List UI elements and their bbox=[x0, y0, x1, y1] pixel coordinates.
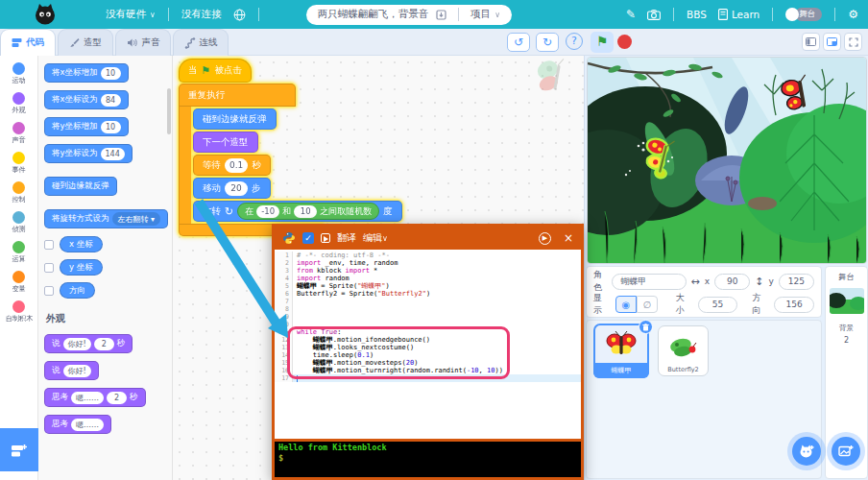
block-next-costume[interactable]: 下一个造型 bbox=[193, 132, 258, 153]
sync-checkbox[interactable]: ✓ bbox=[302, 232, 314, 244]
redo-button[interactable]: ↻ bbox=[536, 33, 559, 52]
block-bounce-on-edge[interactable]: 碰到边缘就反弹 bbox=[193, 108, 277, 130]
code-line-3[interactable]: 3from kblock import * bbox=[275, 267, 581, 275]
random-min-input[interactable]: -10 bbox=[256, 205, 279, 218]
reporter-checkbox[interactable] bbox=[44, 240, 54, 250]
fold-caret-icon[interactable]: ▾ bbox=[285, 328, 289, 335]
size-input[interactable]: 55 bbox=[698, 297, 738, 313]
code-line-12[interactable]: 12 蝴蝶甲.motion_ifonedgebounce() bbox=[275, 336, 581, 344]
code-line-14[interactable]: 14 time.sleep(0.1) bbox=[275, 351, 581, 359]
block-dropdown[interactable]: 左右翻转 ▾ bbox=[112, 212, 161, 226]
palette-reporter-block[interactable]: x 坐标 bbox=[60, 236, 103, 252]
category-声音[interactable]: 声音 bbox=[0, 118, 37, 148]
code-line-2[interactable]: 2import _env, time, random bbox=[275, 259, 581, 267]
block-input[interactable]: 2 bbox=[107, 392, 127, 404]
code-line-13[interactable]: 13 蝴蝶甲.looks_nextcostume() bbox=[275, 344, 581, 351]
close-window-button[interactable]: × bbox=[564, 231, 573, 245]
code-line-9[interactable]: 9 bbox=[275, 313, 581, 321]
palette-block[interactable]: 将y坐标增加10 bbox=[44, 117, 129, 136]
project-title[interactable]: 两只蝴蝶翩翩飞，背景音 bbox=[318, 8, 429, 21]
palette-scrollbar[interactable] bbox=[167, 88, 171, 134]
help-button[interactable]: ? bbox=[566, 33, 583, 50]
show-sprite-button[interactable]: ◉ bbox=[615, 296, 637, 313]
palette-block[interactable]: 说你好! bbox=[44, 361, 99, 380]
terminal[interactable]: Hello from Kittenblock$ bbox=[275, 439, 581, 477]
block-input[interactable]: 嗯…… bbox=[71, 419, 104, 431]
palette-reporter-block[interactable]: y 坐标 bbox=[60, 259, 103, 276]
block-input[interactable]: 144 bbox=[101, 148, 125, 160]
tab-code[interactable]: 代码 bbox=[0, 29, 56, 56]
palette-reporter-block[interactable]: 方向 bbox=[60, 282, 95, 299]
category-控制[interactable]: 控制 bbox=[0, 178, 37, 207]
save-project-icon[interactable] bbox=[436, 10, 446, 20]
code-line-10[interactable]: 10 bbox=[275, 321, 581, 328]
palette-block[interactable]: 思考嗯…… bbox=[44, 415, 111, 434]
hardware-menu[interactable]: 没有硬件∨ bbox=[106, 8, 156, 21]
category-外观[interactable]: 外观 bbox=[0, 88, 37, 118]
stage-toggle[interactable]: 舞台 bbox=[785, 8, 822, 21]
block-when-flag-clicked[interactable]: 当 ⚑ 被点击 bbox=[179, 59, 252, 83]
fullscreen-button[interactable] bbox=[844, 33, 862, 51]
direction-input[interactable]: 156 bbox=[774, 297, 814, 313]
code-line-5[interactable]: 5蝴蝶甲 = Sprite("蝴蝶甲") bbox=[275, 282, 581, 290]
category-运算[interactable]: 运算 bbox=[0, 237, 37, 267]
y-input[interactable]: 125 bbox=[779, 274, 814, 290]
block-input[interactable]: 你好! bbox=[63, 338, 91, 350]
learn-link[interactable]: Learn bbox=[718, 9, 760, 20]
sprite-name-input[interactable]: 蝴蝶甲 bbox=[612, 274, 686, 290]
screenshot-camera-icon[interactable] bbox=[647, 10, 661, 20]
palette-block[interactable]: 将x坐标设为84 bbox=[44, 90, 129, 109]
code-window-titlebar[interactable]: ✓ 翻译 编辑∨ ▶ × bbox=[275, 227, 581, 250]
small-stage-layout-button[interactable] bbox=[802, 33, 820, 51]
palette-block[interactable]: 说你好!2秒 bbox=[44, 334, 133, 353]
tab-costumes[interactable]: 造型 bbox=[58, 29, 113, 56]
language-globe-icon[interactable] bbox=[233, 9, 246, 21]
code-editor[interactable]: 1# -*- coding: utf-8 -*-2import _env, ti… bbox=[275, 250, 581, 439]
add-backdrop-button[interactable] bbox=[832, 437, 860, 466]
code-line-7[interactable]: 7 bbox=[275, 298, 581, 305]
undo-button[interactable]: ↺ bbox=[507, 33, 530, 52]
delete-sprite-button[interactable] bbox=[639, 320, 653, 334]
stop-button[interactable] bbox=[617, 35, 632, 49]
block-input[interactable]: 10 bbox=[101, 121, 121, 133]
edit-pencil-icon[interactable]: ✎ bbox=[626, 8, 636, 21]
add-sprite-button[interactable] bbox=[792, 437, 821, 466]
category-事件[interactable]: 事件 bbox=[0, 148, 37, 178]
block-forever-loop[interactable]: 重复执行 碰到边缘就反弹 下一个造型 等待 0.1 秒 bbox=[179, 84, 402, 236]
wait-seconds-input[interactable]: 0.1 bbox=[225, 158, 248, 173]
kitten-logo[interactable] bbox=[33, 2, 58, 27]
code-line-16[interactable]: 16 蝴蝶甲.motion_turnright(random.randint(-… bbox=[275, 367, 581, 374]
stage-viewport[interactable] bbox=[587, 57, 867, 264]
block-input[interactable]: 嗯…… bbox=[71, 392, 104, 404]
block-input[interactable]: 你好! bbox=[63, 365, 91, 377]
code-line-15[interactable]: 15 蝴蝶甲.motion_movesteps(20) bbox=[275, 359, 581, 367]
x-input[interactable]: 90 bbox=[714, 274, 750, 290]
project-menu[interactable]: 项目∨ bbox=[470, 8, 500, 21]
block-input[interactable]: 84 bbox=[101, 94, 121, 107]
translate-menu[interactable]: 翻译 bbox=[337, 231, 356, 245]
reporter-checkbox[interactable] bbox=[44, 263, 54, 273]
random-max-input[interactable]: 10 bbox=[294, 205, 317, 218]
block-input[interactable]: 10 bbox=[101, 67, 121, 80]
normal-stage-layout-button[interactable] bbox=[823, 33, 841, 51]
green-flag-button[interactable]: ⚑ bbox=[591, 32, 614, 53]
block-input[interactable]: 2 bbox=[94, 338, 114, 350]
palette-block[interactable]: 思考嗯……2秒 bbox=[44, 388, 146, 407]
palette-block[interactable]: 将y坐标设为144 bbox=[44, 144, 133, 163]
code-line-6[interactable]: 6Butterfly2 = Sprite("Butterfly2") bbox=[275, 290, 581, 298]
tab-wiring[interactable]: 连线 bbox=[173, 29, 229, 56]
palette-block[interactable]: 将旋转方式设为左右翻转 ▾ bbox=[44, 209, 168, 228]
edit-menu[interactable]: 编辑∨ bbox=[363, 231, 388, 245]
run-code-button[interactable]: ▶ bbox=[539, 232, 551, 245]
settings-gear-icon[interactable]: ⚙ bbox=[848, 8, 858, 21]
block-move-steps[interactable]: 移动 20 步 bbox=[193, 178, 271, 199]
category-运动[interactable]: 运动 bbox=[0, 59, 37, 88]
hide-sprite-button[interactable]: ∅ bbox=[637, 296, 658, 313]
category-变量[interactable]: 变量 bbox=[0, 267, 37, 297]
code-line-1[interactable]: 1# -*- coding: utf-8 -*- bbox=[275, 252, 581, 259]
palette-block[interactable]: 将x坐标增加10 bbox=[44, 63, 129, 83]
block-pick-random[interactable]: 在 -10 和 10 之间取随机数 bbox=[237, 203, 379, 220]
code-line-11[interactable]: 11▾while True: bbox=[275, 328, 581, 336]
code-line-17[interactable]: 17 bbox=[275, 374, 581, 382]
connection-status[interactable]: 没有连接 bbox=[181, 8, 222, 21]
